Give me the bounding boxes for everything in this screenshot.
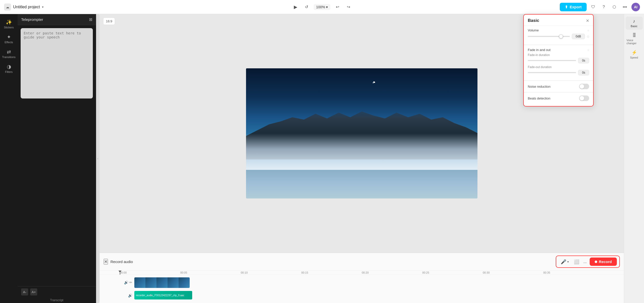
avatar[interactable]: AI xyxy=(631,3,640,11)
audio-track-volume-button[interactable]: 🔊 xyxy=(128,293,132,297)
audio-track-clip[interactable]: recorder_audio_l700123422297_clip_0.aac xyxy=(134,291,192,299)
question-icon[interactable]: ? xyxy=(600,3,608,11)
fade-out-sublabel: Fade-out duration xyxy=(528,65,589,69)
topbar-left: ☁ Untitled project ▾ xyxy=(4,4,289,11)
sidebar-item-effects[interactable]: ✦ Effects xyxy=(1,32,16,46)
volume-slider-thumb[interactable] xyxy=(559,34,563,38)
mic-dropdown-icon[interactable]: ▾ xyxy=(567,260,569,264)
video-track-volume-button[interactable]: 🔊 xyxy=(124,280,128,284)
basic-panel: Basic ✕ Volume ○ 0dB ◇ Fade in and out ○… xyxy=(523,14,594,107)
divider-3 xyxy=(524,92,593,92)
tab-basic[interactable]: ♪ Basic xyxy=(626,17,643,30)
stickers-icon: ✨ xyxy=(6,19,12,25)
teleprompter-title: Teleprompter xyxy=(21,17,43,22)
volume-row: 0dB ◇ xyxy=(528,34,589,39)
topbar-center: ▶ ↺ 100% ▾ ↩ ↪ xyxy=(292,3,353,11)
transitions-icon: ⇄ xyxy=(7,49,11,55)
mic-button[interactable]: 🎤 ▾ xyxy=(559,258,571,266)
record-audio-label: Record audio xyxy=(110,260,133,264)
clip-thumb-1 xyxy=(134,277,145,288)
timeline-tracks: 🔊 ✏ xyxy=(100,275,624,303)
record-controls: 🎤 ▾ ⬜ ... Record xyxy=(556,256,620,268)
fade-label-row: Fade in and out ○ xyxy=(528,48,589,52)
ruler-marks: 00:00 00:05 00:10 00:15 00:20 00:25 00:3… xyxy=(120,271,604,274)
ruler-mark-6: 00:30 xyxy=(483,271,543,274)
panel-collapse-handle[interactable]: ‹ xyxy=(96,14,100,303)
filters-icon: ◑ xyxy=(7,64,11,70)
tab-voice-changer[interactable]: 🎛 Voice changer xyxy=(626,31,643,47)
beats-detection-toggle[interactable] xyxy=(579,95,589,101)
font-increase-button[interactable]: A+ xyxy=(30,288,37,295)
volume-slider-fill xyxy=(528,36,559,37)
record-button[interactable]: Record xyxy=(590,258,617,266)
topbar: ☁ Untitled project ▾ ▶ ↺ 100% ▾ ↩ ↪ ⬆ Ex… xyxy=(0,0,644,14)
teleprompter-header: Teleprompter ⊠ xyxy=(18,14,96,25)
aspect-ratio-badge: 16:9 xyxy=(103,18,115,25)
fade-out-slider[interactable] xyxy=(528,72,576,73)
fade-reset-icon[interactable]: ○ xyxy=(587,48,589,52)
play-button[interactable]: ▶ xyxy=(292,3,300,11)
fade-out-input[interactable]: 0s xyxy=(578,70,589,75)
fade-out-row: 0s xyxy=(528,70,589,75)
screen-capture-button[interactable]: ⬜ xyxy=(573,258,580,266)
ruler-mark-3: 00:15 xyxy=(301,271,362,274)
record-button-label: Record xyxy=(599,260,612,264)
divider-2 xyxy=(524,80,593,81)
fade-section: Fade in and out ○ Fade-in duration 0s Fa… xyxy=(524,46,593,79)
teleprompter-close-button[interactable]: ⊠ xyxy=(89,17,92,22)
volume-keyframe-icon[interactable]: ◇ xyxy=(587,35,589,38)
more-options-icon[interactable]: ••• xyxy=(621,3,629,11)
basic-panel-title: Basic xyxy=(528,18,539,23)
record-close-button[interactable]: ✕ xyxy=(104,259,108,265)
export-button[interactable]: ⬆ Export xyxy=(560,3,587,11)
stars-decoration xyxy=(373,81,375,83)
fog-layer xyxy=(246,133,477,172)
fade-in-input[interactable]: 0s xyxy=(578,58,589,63)
video-track-clip[interactable] xyxy=(134,277,190,288)
fade-in-row: 0s xyxy=(528,58,589,63)
zoom-dropdown-icon: ▾ xyxy=(326,5,328,9)
record-more-options-button[interactable]: ... xyxy=(582,259,588,265)
volume-input[interactable]: 0dB xyxy=(572,34,585,39)
shield-icon[interactable]: 🛡 xyxy=(589,3,597,11)
video-track-content xyxy=(134,277,604,288)
teleprompter-textarea[interactable] xyxy=(21,28,93,98)
left-icon-bar: ✨ Stickers ✦ Effects ⇄ Transitions ◑ Fil… xyxy=(0,14,18,303)
ruler-mark-7: 00:35 xyxy=(543,271,604,274)
tab-speed[interactable]: ⚡ Speed xyxy=(626,48,643,61)
ruler-mark-1: 00:05 xyxy=(180,271,241,274)
font-decrease-button[interactable]: A- xyxy=(21,288,28,295)
ruler-mark-5: 00:25 xyxy=(422,271,483,274)
sidebar-item-stickers[interactable]: ✨ Stickers xyxy=(1,17,16,31)
divider-1 xyxy=(524,45,593,45)
project-dropdown-icon[interactable]: ▾ xyxy=(42,5,44,9)
redo-button[interactable]: ↪ xyxy=(344,3,352,11)
ruler-mark-0: 00:00 xyxy=(120,271,180,274)
beats-detection-label: Beats detection xyxy=(528,96,550,100)
basic-panel-close-button[interactable]: ✕ xyxy=(586,18,589,23)
zoom-control[interactable]: 100% ▾ xyxy=(314,4,331,10)
fade-in-slider[interactable] xyxy=(528,60,576,61)
share-icon[interactable]: ⬡ xyxy=(610,3,618,11)
sidebar-item-filters[interactable]: ◑ Filters xyxy=(1,62,16,75)
export-icon: ⬆ xyxy=(565,5,568,9)
undo-button[interactable]: ↩ xyxy=(333,3,341,11)
voice-changer-tab-icon: 🎛 xyxy=(632,33,636,38)
beats-detection-row: Beats detection xyxy=(524,93,593,103)
volume-label: Volume xyxy=(528,28,539,32)
basic-tab-label: Basic xyxy=(631,25,637,28)
record-bar: ✕ Record audio 🎤 ▾ ⬜ ... Record xyxy=(100,253,624,271)
speed-tab-label: Speed xyxy=(630,56,638,59)
project-icon: ☁ xyxy=(4,4,11,11)
clip-thumb-2 xyxy=(145,277,156,288)
noise-reduction-toggle[interactable] xyxy=(579,84,589,89)
voice-changer-tab-label: Voice changer xyxy=(627,39,642,45)
refresh-button[interactable]: ↺ xyxy=(303,3,311,11)
volume-slider-track[interactable] xyxy=(528,36,570,37)
video-track-edit-button[interactable]: ✏ xyxy=(129,280,132,284)
timeline-wrapper: ✕ Record audio 🎤 ▾ ⬜ ... Record xyxy=(100,253,624,303)
video-track-controls: 🔊 ✏ xyxy=(120,280,132,284)
clip-thumb-5 xyxy=(179,277,190,288)
volume-reset-icon[interactable]: ○ xyxy=(587,29,589,32)
sidebar-item-transitions[interactable]: ⇄ Transitions xyxy=(1,47,16,61)
